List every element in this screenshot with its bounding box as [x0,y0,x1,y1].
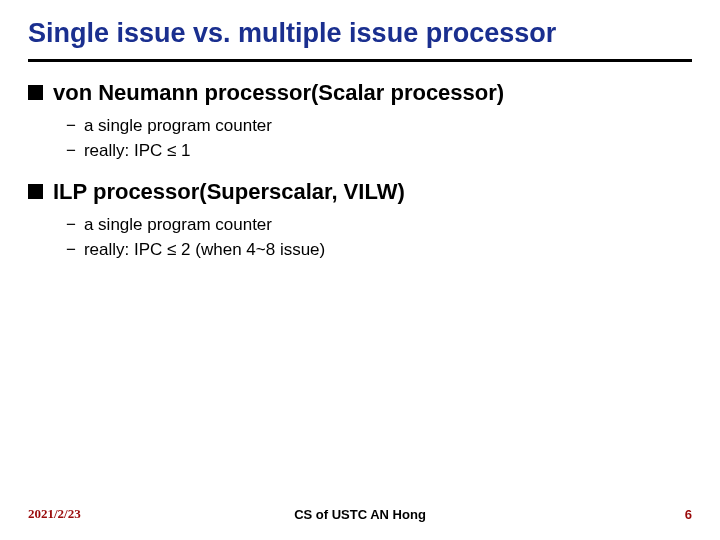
list-item-text: really: IPC ≤ 2 (when 4~8 issue) [84,238,325,263]
square-bullet-icon [28,184,43,199]
section-head: von Neumann processor(Scalar processor) [28,80,692,106]
footer-page-number: 6 [685,507,692,522]
list-item-text: a single program counter [84,213,272,238]
square-bullet-icon [28,85,43,100]
list-item-text: a single program counter [84,114,272,139]
dash-icon: − [66,238,76,263]
list-item: − really: IPC ≤ 2 (when 4~8 issue) [66,238,692,263]
dash-icon: − [66,114,76,139]
list-item-text: really: IPC ≤ 1 [84,139,191,164]
list-item: − a single program counter [66,114,692,139]
section-von-neumann: von Neumann processor(Scalar processor) … [28,80,692,163]
list-item: − a single program counter [66,213,692,238]
footer-date: 2021/2/23 [28,506,81,522]
section-heading: ILP processor(Superscalar, VILW) [53,179,405,205]
slide: Single issue vs. multiple issue processo… [0,0,720,540]
title-underline [28,59,692,62]
dash-icon: − [66,139,76,164]
slide-title: Single issue vs. multiple issue processo… [28,18,692,49]
dash-icon: − [66,213,76,238]
footer-center: CS of USTC AN Hong [294,507,426,522]
list-item: − really: IPC ≤ 1 [66,139,692,164]
section-ilp: ILP processor(Superscalar, VILW) − a sin… [28,179,692,262]
sub-list: − a single program counter − really: IPC… [28,114,692,163]
section-heading: von Neumann processor(Scalar processor) [53,80,504,106]
footer: 2021/2/23 CS of USTC AN Hong 6 [28,506,692,522]
sub-list: − a single program counter − really: IPC… [28,213,692,262]
section-head: ILP processor(Superscalar, VILW) [28,179,692,205]
